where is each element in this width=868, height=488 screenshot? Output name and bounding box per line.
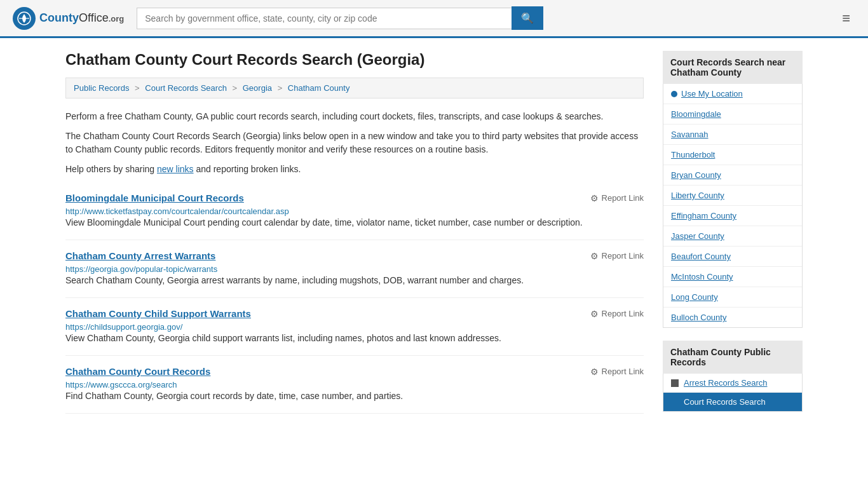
record-item-0: Bloomingdale Municipal Court Records ⚙ R…	[65, 182, 644, 240]
nearby-item-7[interactable]: Beaufort County	[663, 247, 802, 267]
report-icon-2: ⚙	[590, 309, 599, 319]
nearby-item-9[interactable]: Long County	[663, 287, 802, 308]
record-title-3[interactable]: Chatham County Court Records	[65, 366, 210, 377]
record-url-1[interactable]: https://georgia.gov/popular-topic/warran…	[65, 264, 217, 274]
record-title-0[interactable]: Bloomingdale Municipal Court Records	[65, 193, 244, 203]
report-icon-3: ⚙	[590, 367, 599, 377]
hamburger-icon: ≡	[842, 10, 850, 26]
use-location-link[interactable]: Use My Location	[681, 89, 743, 98]
record-title-row-2: Chatham County Child Support Warrants ⚙ …	[65, 308, 644, 319]
record-sq-icon-0	[671, 379, 679, 387]
breadcrumb-public-records[interactable]: Public Records	[74, 83, 129, 93]
report-link-btn-0[interactable]: ⚙ Report Link	[590, 193, 644, 203]
nearby-link-10[interactable]: Bulloch County	[671, 313, 726, 322]
search-button[interactable]: 🔍	[512, 6, 543, 30]
nearby-link-7[interactable]: Beaufort County	[671, 252, 731, 261]
main-container: Chatham County Court Records Search (Geo…	[53, 38, 815, 437]
description-2: The Chatham County Court Records Search …	[65, 130, 644, 156]
breadcrumb-sep-1: >	[135, 83, 140, 93]
new-links-link[interactable]: new links	[157, 164, 194, 174]
public-record-item-1[interactable]: Court Records Search	[663, 393, 802, 411]
record-item-1: Chatham County Arrest Warrants ⚙ Report …	[65, 240, 644, 298]
records-list: Bloomingdale Municipal Court Records ⚙ R…	[65, 182, 644, 414]
nearby-list: Use My Location BloomingdaleSavannahThun…	[663, 84, 803, 328]
search-input[interactable]	[137, 8, 512, 29]
public-records-list: Arrest Records Search Court Records Sear…	[663, 374, 803, 412]
record-title-row-1: Chatham County Arrest Warrants ⚙ Report …	[65, 250, 644, 261]
nearby-item-0[interactable]: Bloomingdale	[663, 104, 802, 125]
record-desc-0: View Bloomingdale Municipal Court pendin…	[65, 216, 644, 229]
nearby-link-5[interactable]: Effingham County	[671, 211, 736, 220]
header: CountyOffice.org 🔍 ≡	[0, 0, 868, 38]
use-location-item[interactable]: Use My Location	[663, 84, 802, 104]
public-record-item-0[interactable]: Arrest Records Search	[663, 374, 802, 393]
description-3: Help others by sharing new links and rep…	[65, 163, 644, 176]
record-title-row-0: Bloomingdale Municipal Court Records ⚙ R…	[65, 193, 644, 203]
record-url-2[interactable]: https://childsupport.georgia.gov/	[65, 322, 182, 332]
record-url-0[interactable]: http://www.ticketfastpay.com/courtcalend…	[65, 207, 289, 216]
nearby-link-2[interactable]: Thunderbolt	[671, 150, 715, 159]
nearby-item-2[interactable]: Thunderbolt	[663, 145, 802, 165]
nearby-section: Court Records Search near Chatham County…	[663, 51, 803, 328]
nearby-item-8[interactable]: McIntosh County	[663, 267, 802, 287]
report-link-btn-1[interactable]: ⚙ Report Link	[590, 251, 644, 261]
nearby-item-10[interactable]: Bulloch County	[663, 308, 802, 327]
report-label-1: Report Link	[602, 251, 644, 261]
logo-text: CountyOffice.org	[39, 11, 124, 25]
nearby-item-1[interactable]: Savannah	[663, 125, 802, 145]
nearby-header: Court Records Search near Chatham County	[663, 51, 803, 84]
nearby-link-9[interactable]: Long County	[671, 292, 718, 302]
nearby-link-8[interactable]: McIntosh County	[671, 272, 733, 281]
nearby-link-0[interactable]: Bloomingdale	[671, 109, 721, 119]
nearby-items-container: BloomingdaleSavannahThunderboltBryan Cou…	[663, 104, 802, 327]
record-desc-1: Search Chatham County, Georgia arrest wa…	[65, 274, 644, 287]
report-icon-0: ⚙	[590, 193, 599, 203]
breadcrumb-georgia[interactable]: Georgia	[243, 83, 272, 93]
breadcrumb-sep-3: >	[278, 83, 283, 93]
breadcrumb: Public Records > Court Records Search > …	[65, 78, 644, 98]
location-icon	[671, 91, 677, 97]
nearby-link-6[interactable]: Jasper County	[671, 231, 724, 241]
record-title-2[interactable]: Chatham County Child Support Warrants	[65, 308, 251, 319]
content-area: Chatham County Court Records Search (Geo…	[65, 51, 644, 424]
logo[interactable]: CountyOffice.org	[13, 7, 124, 30]
nearby-item-5[interactable]: Effingham County	[663, 206, 802, 226]
report-label-0: Report Link	[602, 193, 644, 203]
breadcrumb-court-records-search[interactable]: Court Records Search	[145, 83, 227, 93]
record-item-2: Chatham County Child Support Warrants ⚙ …	[65, 298, 644, 356]
record-title-row-3: Chatham County Court Records ⚙ Report Li…	[65, 366, 644, 377]
sidebar: Court Records Search near Chatham County…	[663, 51, 803, 424]
breadcrumb-sep-2: >	[233, 83, 238, 93]
record-desc-2: View Chatham County, Georgia child suppo…	[65, 332, 644, 345]
nearby-link-4[interactable]: Liberty County	[671, 191, 724, 200]
report-label-3: Report Link	[602, 367, 644, 376]
report-icon-1: ⚙	[590, 251, 599, 261]
description-1: Perform a free Chatham County, GA public…	[65, 110, 644, 123]
nearby-item-6[interactable]: Jasper County	[663, 226, 802, 247]
public-record-link-1[interactable]: Court Records Search	[684, 397, 766, 407]
report-label-2: Report Link	[602, 309, 644, 318]
search-icon: 🔍	[521, 13, 534, 24]
breadcrumb-chatham-county[interactable]: Chatham County	[288, 83, 350, 93]
report-link-btn-3[interactable]: ⚙ Report Link	[590, 367, 644, 377]
public-records-header: Chatham County Public Records	[663, 341, 803, 374]
public-record-link-0[interactable]: Arrest Records Search	[684, 378, 768, 388]
logo-icon	[13, 7, 36, 30]
menu-button[interactable]: ≡	[837, 8, 855, 29]
record-url-3[interactable]: https://www.gsccca.org/search	[65, 380, 177, 390]
record-desc-3: Find Chatham County, Georgia court recor…	[65, 390, 644, 403]
report-link-btn-2[interactable]: ⚙ Report Link	[590, 309, 644, 319]
record-sq-icon-1	[671, 398, 679, 406]
search-area: 🔍	[137, 6, 543, 30]
public-records-section: Chatham County Public Records Arrest Rec…	[663, 341, 803, 412]
nearby-link-3[interactable]: Bryan County	[671, 170, 721, 180]
page-title: Chatham County Court Records Search (Geo…	[65, 51, 644, 69]
nearby-item-3[interactable]: Bryan County	[663, 165, 802, 186]
nearby-item-4[interactable]: Liberty County	[663, 186, 802, 206]
nearby-link-1[interactable]: Savannah	[671, 130, 709, 139]
record-title-1[interactable]: Chatham County Arrest Warrants	[65, 250, 215, 261]
record-item-3: Chatham County Court Records ⚙ Report Li…	[65, 356, 644, 414]
